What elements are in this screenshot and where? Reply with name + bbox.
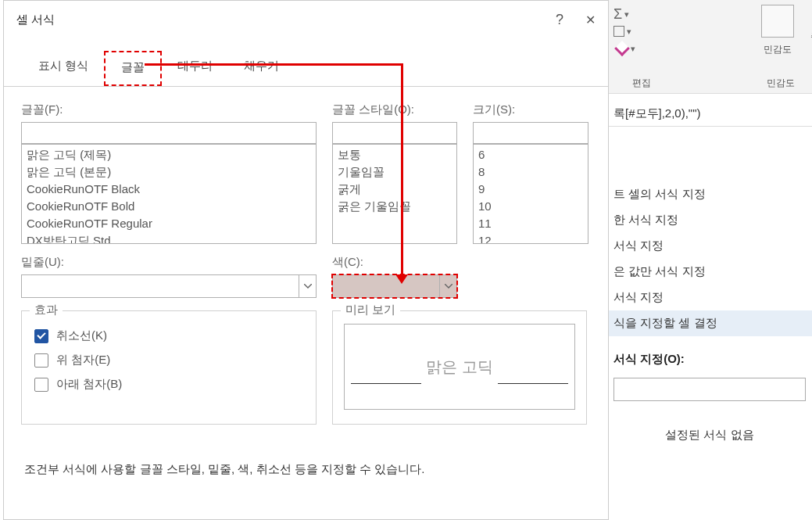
- side-panel: 록[#모두],2,0),"") 트 셀의 서식 지정 한 서식 지정 서식 지정…: [607, 102, 812, 463]
- color-combo[interactable]: [332, 274, 457, 298]
- style-option[interactable]: 굵게: [338, 181, 452, 198]
- style-input[interactable]: [332, 122, 457, 144]
- no-format-set-label: 설정된 서식 없음: [607, 407, 812, 463]
- size-option[interactable]: 10: [478, 198, 583, 215]
- font-listbox[interactable]: 맑은 고딕 (제목) 맑은 고딕 (본문) CookieRunOTF Black…: [21, 144, 317, 244]
- fill-down-icon[interactable]: ▾: [613, 26, 631, 37]
- sensitivity-group[interactable]: 민감도: [749, 5, 806, 56]
- size-listbox[interactable]: 6 8 9 10 11 12: [473, 144, 588, 244]
- rule-item-selected[interactable]: 식을 지정할 셀 결정: [607, 310, 812, 336]
- chevron-down-icon[interactable]: [439, 275, 456, 297]
- strikethrough-label: 취소선(K): [56, 328, 107, 343]
- checkbox-icon: [34, 329, 48, 343]
- subscript-label: 아래 첨자(B): [56, 377, 122, 392]
- font-label: 글꼴(F):: [21, 102, 317, 117]
- style-option[interactable]: 보통: [338, 146, 452, 163]
- formula-bar-fragment[interactable]: 록[#모두],2,0),""): [607, 102, 812, 127]
- style-option[interactable]: 굵은 기울임꼴: [338, 198, 452, 215]
- checkbox-icon: [34, 353, 48, 368]
- font-option[interactable]: CookieRunOTF Regular: [27, 215, 311, 232]
- superscript-checkbox[interactable]: 위 첨자(E): [33, 348, 305, 372]
- autosum-icon[interactable]: Σ ▾: [613, 6, 629, 23]
- rule-type-list[interactable]: 트 셀의 서식 지정 한 서식 지정 서식 지정 은 값만 서식 지정 서식 지…: [607, 181, 812, 336]
- dialog-note: 조건부 서식에 사용할 글꼴 스타일, 밑줄, 색, 취소선 등을 지정할 수 …: [24, 462, 588, 477]
- effects-fieldset: 효과 취소선(K) 위 첨자(E) 아래 첨자(B): [21, 310, 317, 425]
- font-input[interactable]: [21, 122, 317, 144]
- preview-text: 맑은 고딕: [426, 357, 493, 378]
- annotation-line: [401, 63, 403, 278]
- annotation-line: [145, 63, 402, 66]
- tab-fill[interactable]: 채우기: [228, 51, 295, 86]
- close-icon[interactable]: ✕: [585, 13, 596, 27]
- effects-legend: 효과: [30, 303, 63, 317]
- font-option[interactable]: 맑은 고딕 (제목): [27, 146, 311, 163]
- rule-item[interactable]: 트 셀의 서식 지정: [607, 181, 812, 207]
- size-option[interactable]: 9: [478, 181, 583, 198]
- size-input[interactable]: [473, 122, 588, 144]
- sensitivity-icon: [761, 5, 794, 38]
- tab-font[interactable]: 글꼴: [104, 51, 162, 86]
- style-option[interactable]: 기울임꼴: [338, 163, 452, 181]
- dialog-title: 셀 서식: [16, 13, 55, 27]
- dialog-tabs: 표시 형식 글꼴 테두리 채우기: [4, 51, 608, 87]
- strikethrough-checkbox[interactable]: 취소선(K): [33, 324, 305, 348]
- sens-group-label: 민감도: [767, 74, 795, 90]
- font-option[interactable]: DX방탄고딕 Std: [27, 232, 311, 244]
- chevron-down-icon[interactable]: [299, 275, 316, 297]
- checkbox-icon: [34, 378, 48, 392]
- superscript-label: 위 첨자(E): [56, 353, 110, 368]
- underline-combo[interactable]: [21, 274, 317, 298]
- rule-item[interactable]: 서식 지정: [607, 285, 812, 310]
- style-listbox[interactable]: 보통 기울임꼴 굵게 굵은 기울임꼴: [332, 144, 457, 244]
- preview-box: 맑은 고딕: [344, 324, 575, 410]
- rule-item[interactable]: 은 값만 서식 지정: [607, 259, 812, 285]
- ribbon-background: Σ ▾ ▾ ▾ 민감도 편집 민감도 추: [601, 0, 812, 94]
- size-option[interactable]: 8: [478, 163, 583, 181]
- size-option[interactable]: 6: [478, 146, 583, 163]
- clear-icon[interactable]: ▾: [613, 40, 635, 57]
- color-label: 색(C):: [332, 255, 457, 270]
- dialog-titlebar: 셀 서식 ? ✕: [4, 1, 608, 38]
- format-values-label: 서식 지정(O):: [607, 336, 812, 371]
- preview-legend: 미리 보기: [341, 303, 400, 317]
- help-icon[interactable]: ?: [556, 12, 563, 28]
- underline-label: 밑줄(U):: [21, 255, 317, 270]
- sensitivity-label: 민감도: [749, 43, 806, 56]
- font-option[interactable]: CookieRunOTF Black: [27, 181, 311, 198]
- size-option[interactable]: 11: [478, 215, 583, 232]
- font-option[interactable]: CookieRunOTF Bold: [27, 198, 311, 215]
- preview-fieldset: 미리 보기 맑은 고딕: [332, 310, 587, 425]
- annotation-arrowhead-icon: [395, 274, 408, 284]
- format-cells-dialog: 셀 서식 ? ✕ 표시 형식 글꼴 테두리 채우기 글꼴(F): 맑은 고딕 (…: [3, 0, 609, 520]
- rule-item[interactable]: 한 서식 지정: [607, 207, 812, 233]
- size-option[interactable]: 12: [478, 232, 583, 244]
- font-option[interactable]: 맑은 고딕 (본문): [27, 163, 311, 181]
- rule-formula-input[interactable]: [613, 378, 806, 401]
- subscript-checkbox[interactable]: 아래 첨자(B): [33, 372, 305, 396]
- edit-group-label: 편집: [632, 74, 651, 90]
- tab-border[interactable]: 테두리: [162, 51, 228, 86]
- rule-item[interactable]: 서식 지정: [607, 233, 812, 259]
- size-label: 크기(S):: [473, 102, 588, 117]
- style-label: 글꼴 스타일(O):: [332, 102, 457, 117]
- tab-number[interactable]: 표시 형식: [23, 51, 104, 86]
